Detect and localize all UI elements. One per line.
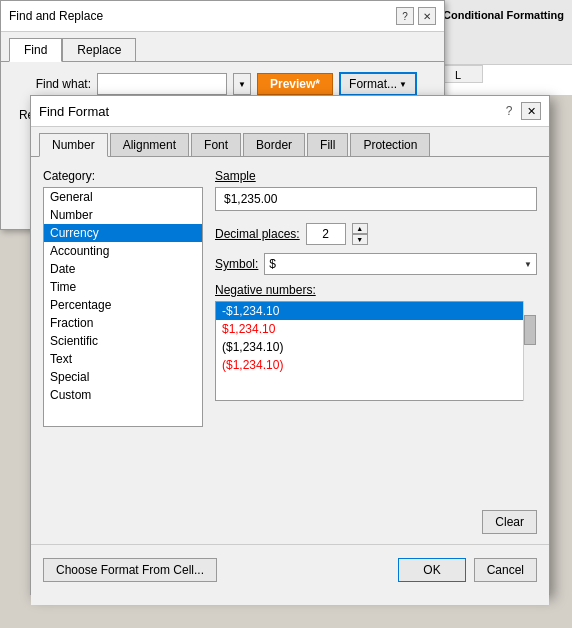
neg-numbers-list: -$1,234.10 $1,234.10 ($1,234.10) ($1,234… xyxy=(215,301,537,401)
cat-text[interactable]: Text xyxy=(44,350,202,368)
cat-date[interactable]: Date xyxy=(44,260,202,278)
symbol-label: Symbol: xyxy=(215,257,258,271)
tab-find[interactable]: Find xyxy=(9,38,62,62)
cat-custom[interactable]: Custom xyxy=(44,386,202,404)
cancel-button[interactable]: Cancel xyxy=(474,558,537,582)
symbol-select[interactable]: $ ▼ xyxy=(264,253,537,275)
tab-border[interactable]: Border xyxy=(243,133,305,156)
cat-accounting[interactable]: Accounting xyxy=(44,242,202,260)
cat-percentage[interactable]: Percentage xyxy=(44,296,202,314)
cat-currency[interactable]: Currency xyxy=(44,224,202,242)
find-replace-title: Find and Replace xyxy=(9,9,103,23)
tab-font[interactable]: Font xyxy=(191,133,241,156)
find-what-dropdown[interactable]: ▼ xyxy=(233,73,251,95)
find-what-label: Find what: xyxy=(11,77,91,91)
neg-list-scrollbar[interactable] xyxy=(523,301,537,401)
cat-number[interactable]: Number xyxy=(44,206,202,224)
sample-label: Sample xyxy=(215,169,537,183)
tab-protection[interactable]: Protection xyxy=(350,133,430,156)
neg-item-0[interactable]: -$1,234.10 xyxy=(216,302,536,320)
tab-fill[interactable]: Fill xyxy=(307,133,348,156)
tab-number[interactable]: Number xyxy=(39,133,108,157)
cat-scientific[interactable]: Scientific xyxy=(44,332,202,350)
find-format-close[interactable]: ✕ xyxy=(521,102,541,120)
clear-button[interactable]: Clear xyxy=(482,510,537,534)
decimal-down[interactable]: ▼ xyxy=(352,234,368,245)
help-button[interactable]: ? xyxy=(396,7,414,25)
cat-special[interactable]: Special xyxy=(44,368,202,386)
neg-numbers-label: Negative numbers: xyxy=(215,283,537,297)
decimal-input[interactable]: 2 xyxy=(306,223,346,245)
decimal-up[interactable]: ▲ xyxy=(352,223,368,234)
tab-alignment[interactable]: Alignment xyxy=(110,133,189,156)
symbol-value: $ xyxy=(269,257,276,271)
choose-format-button[interactable]: Choose Format From Cell... xyxy=(43,558,217,582)
neg-item-3[interactable]: ($1,234.10) xyxy=(216,356,536,374)
neg-item-2[interactable]: ($1,234.10) xyxy=(216,338,536,356)
close-button-bg[interactable]: ✕ xyxy=(418,7,436,25)
format-dropdown-arrow: ▼ xyxy=(399,80,407,89)
find-format-title: Find Format xyxy=(39,104,109,119)
cat-fraction[interactable]: Fraction xyxy=(44,314,202,332)
cat-general[interactable]: General xyxy=(44,188,202,206)
symbol-dropdown-arrow: ▼ xyxy=(524,260,532,269)
cat-time[interactable]: Time xyxy=(44,278,202,296)
find-format-dialog: Find Format ? ✕ Number Alignment Font Bo… xyxy=(30,95,550,595)
neg-item-1[interactable]: $1,234.10 xyxy=(216,320,536,338)
preview-button-1[interactable]: Preview* xyxy=(257,73,333,95)
ok-button[interactable]: OK xyxy=(398,558,465,582)
format-button-1[interactable]: Format... ▼ xyxy=(339,72,417,96)
category-label: Category: xyxy=(43,169,203,183)
find-format-help[interactable]: ? xyxy=(501,103,517,119)
find-what-input[interactable] xyxy=(97,73,227,95)
tab-replace[interactable]: Replace xyxy=(62,38,136,61)
conditional-formatting-label: Conditional Formatting xyxy=(443,8,564,22)
category-list: General Number Currency Accounting Date … xyxy=(43,187,203,427)
decimal-label: Decimal places: xyxy=(215,227,300,241)
sample-value: $1,235.00 xyxy=(215,187,537,211)
